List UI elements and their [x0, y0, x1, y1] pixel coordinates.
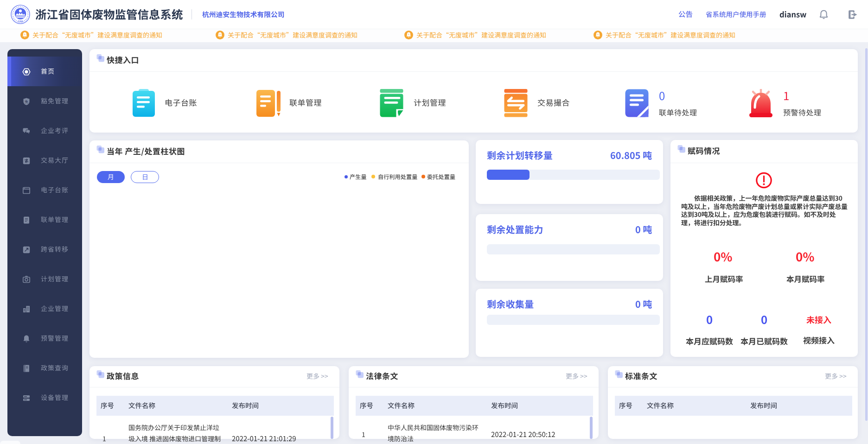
svg-text:免: 免	[25, 99, 28, 103]
svg-text:ZJEE: ZJEE	[18, 20, 23, 23]
